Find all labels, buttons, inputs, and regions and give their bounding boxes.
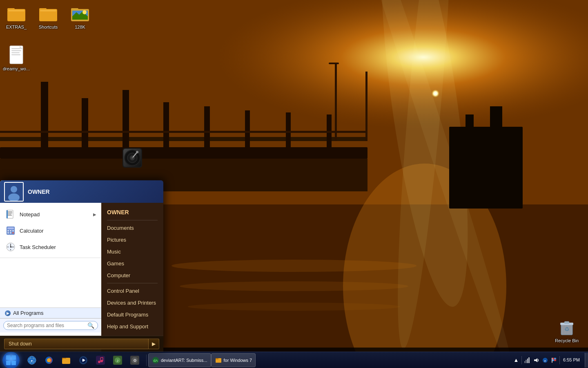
svg-rect-55 <box>564 321 569 323</box>
svg-text:⚙: ⚙ <box>133 358 137 363</box>
tray-expand[interactable]: ▲ <box>512 357 520 364</box>
task-scheduler-label: Task Scheduler <box>20 244 56 250</box>
recycle-bin-icon[interactable]: ♻ Recycle Bin <box>552 317 581 343</box>
search-input[interactable] <box>7 323 86 328</box>
svg-rect-48 <box>11 52 20 53</box>
svg-rect-96 <box>11 355 16 360</box>
taskbar-extra2[interactable]: ⚙ <box>127 353 143 368</box>
user-area: OWNER <box>0 180 163 203</box>
svg-rect-77 <box>7 210 8 218</box>
svg-rect-76 <box>7 215 12 216</box>
svg-rect-84 <box>10 232 11 233</box>
all-programs-button[interactable]: ▶ All Programs <box>0 307 101 318</box>
svg-point-26 <box>172 260 416 272</box>
dreamy-icon <box>7 45 26 65</box>
tray-sound[interactable] <box>532 357 540 364</box>
right-menu-devices-printers[interactable]: Devices and Printers <box>101 297 163 309</box>
taskbar-extra1[interactable]: ♪ <box>109 353 126 368</box>
right-menu-music[interactable]: Music <box>101 246 163 258</box>
128k-label: 128K <box>75 25 85 30</box>
svg-rect-132 <box>529 357 530 363</box>
svg-rect-8 <box>0 147 368 159</box>
menu-item-notepad[interactable]: Notepad ▶ <box>0 206 101 222</box>
svg-rect-14 <box>204 106 210 151</box>
tray-separator <box>521 356 522 364</box>
svg-rect-47 <box>11 50 21 51</box>
notepad-icon <box>5 209 16 220</box>
svg-rect-74 <box>7 213 12 213</box>
svg-point-114 <box>98 361 100 363</box>
taskbar-for-windows[interactable]: for Windows 7 <box>211 353 256 367</box>
svg-rect-97 <box>6 361 11 365</box>
desktop-icon-extras[interactable]: EXTRAS_ <box>2 3 31 30</box>
svg-rect-11 <box>82 98 88 151</box>
notepad-label: Notepad <box>20 211 40 218</box>
menu-right-panel: OWNER Documents Pictures Music Games Com… <box>101 203 163 336</box>
taskbar-explorer[interactable] <box>58 353 74 368</box>
svg-text:♪: ♪ <box>117 358 119 363</box>
search-input-wrapper[interactable]: 🔍 <box>3 321 98 330</box>
svg-rect-23 <box>335 63 337 141</box>
tray-network[interactable] <box>523 357 531 364</box>
svg-point-68 <box>136 151 138 153</box>
right-divider-2 <box>107 283 158 283</box>
menu-item-calculator[interactable]: Calculator <box>0 222 101 239</box>
tray-ie-icon[interactable]: e <box>541 357 549 364</box>
svg-rect-18 <box>0 131 368 133</box>
dreamy-label: dreamy_wo... <box>3 66 30 72</box>
tray-flag[interactable] <box>550 357 558 364</box>
right-divider-1 <box>107 220 158 220</box>
right-menu-pictures[interactable]: Pictures <box>101 234 163 246</box>
right-menu-documents[interactable]: Documents <box>101 222 163 234</box>
svg-rect-98 <box>11 361 16 365</box>
taskbar-ie[interactable]: e <box>24 353 40 368</box>
desktop-icon-dreamy[interactable]: dreamy_wo... <box>2 45 31 72</box>
shutdown-button[interactable]: Shut down <box>4 339 149 349</box>
right-menu-games[interactable]: Games <box>101 258 163 269</box>
svg-line-118 <box>100 357 103 358</box>
compressor-app-icon <box>122 147 143 168</box>
show-desktop-button[interactable] <box>585 353 588 368</box>
right-menu-default-programs[interactable]: Default Programs <box>101 309 163 321</box>
shutdown-area: Shut down ▶ <box>0 336 163 352</box>
deviantart-label: deviantART: Submiss... <box>161 358 207 363</box>
deviantart-icon: dA <box>152 357 159 364</box>
taskbar-firefox[interactable] <box>41 353 57 368</box>
extras-icon <box>7 3 26 23</box>
search-icon: 🔍 <box>87 322 94 329</box>
svg-rect-95 <box>6 355 11 360</box>
svg-rect-108 <box>63 359 66 359</box>
clock-time: 6:55 PM <box>563 357 580 363</box>
svg-rect-85 <box>12 232 14 233</box>
svg-rect-44 <box>72 16 88 20</box>
svg-rect-79 <box>7 227 14 229</box>
shutdown-arrow-button[interactable]: ▶ <box>149 339 159 349</box>
svg-rect-128 <box>216 358 218 359</box>
for-windows-label: for Windows 7 <box>224 358 252 363</box>
start-button[interactable] <box>0 352 22 368</box>
right-menu-help-support[interactable]: Help and Support <box>101 321 163 332</box>
taskbar-mediaplayer[interactable] <box>75 353 91 368</box>
menu-item-task-scheduler[interactable]: Task Scheduler <box>0 239 101 255</box>
svg-rect-80 <box>7 230 9 231</box>
taskbar-clock[interactable]: 6:55 PM <box>561 357 581 363</box>
taskbar-pinned-icons: e <box>22 353 145 368</box>
desktop-icon-128k[interactable]: 128K <box>65 3 95 30</box>
svg-rect-40 <box>71 8 78 11</box>
right-menu-computer[interactable]: Computer <box>101 269 163 281</box>
notepad-arrow: ▶ <box>93 212 96 217</box>
taskbar-deviantart[interactable]: dA deviantART: Submiss... <box>148 353 211 367</box>
right-menu-control-panel[interactable]: Control Panel <box>101 285 163 297</box>
svg-rect-10 <box>41 82 48 151</box>
all-programs-label: All Programs <box>13 310 43 316</box>
svg-point-27 <box>180 281 408 291</box>
svg-rect-81 <box>10 230 11 231</box>
calculator-label: Calculator <box>20 228 44 234</box>
taskbar-itunes[interactable] <box>92 353 109 368</box>
all-programs-arrow-icon: ▶ <box>5 310 11 316</box>
system-tray: ▲ e <box>509 356 585 364</box>
svg-point-43 <box>82 10 87 14</box>
desktop-icon-shortcuts[interactable]: Shortcuts <box>33 3 63 30</box>
user-avatar[interactable] <box>4 182 24 202</box>
right-menu-owner[interactable]: OWNER <box>101 206 163 218</box>
